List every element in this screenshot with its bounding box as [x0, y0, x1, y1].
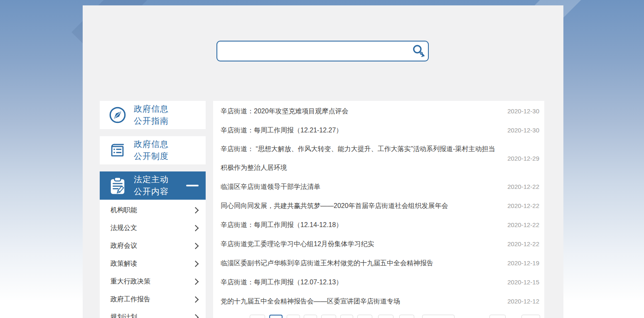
- news-link[interactable]: 辛店街道：每周工作周报（12.21-12.27）: [221, 121, 498, 139]
- sidebar-submenu: 机构职能 法规公文 政府会议 政策解读 重大行政决策 政府工作报告 规划计划: [100, 200, 206, 318]
- content-panel: 政府信息 公开指南 政府信息 公开制度 法定主动 公开内容 机构职能 法规公文 …: [83, 5, 563, 318]
- news-date: 2020-12-22: [507, 240, 539, 247]
- sidebar-item-gov-info-guide[interactable]: 政府信息 公开指南: [100, 101, 206, 129]
- news-date: 2020-12-15: [507, 279, 539, 286]
- search-button[interactable]: [410, 42, 428, 61]
- news-date: 2020-12-19: [507, 259, 539, 267]
- page-btn-6[interactable]: [340, 315, 353, 318]
- sidebar-item-label-line1: 法定主动: [134, 175, 169, 184]
- menu-policy-interpretation[interactable]: 政策解读: [100, 255, 206, 273]
- menu-item-label: 重大行政决策: [111, 277, 150, 286]
- menu-regulations[interactable]: 法规公文: [100, 219, 206, 237]
- news-link[interactable]: 辛店街道：每周工作周报（12.14-12.18）: [221, 215, 498, 234]
- news-date: 2020-12-30: [507, 108, 539, 115]
- news-list: 辛店街道：2020年攻坚克难项目观摩点评会 2020-12-30 辛店街道：每周…: [213, 101, 544, 318]
- news-link[interactable]: 同心同向同发展，共建共赢共筑梦——2020年首届辛店街道社会组织发展年会: [221, 196, 498, 215]
- news-link[interactable]: 辛店街道：每周工作周报（12.07-12.13）: [221, 273, 498, 291]
- page-btn-11[interactable]: [489, 315, 506, 318]
- news-date: 2020-12-22: [507, 221, 539, 228]
- news-date: 2020-12-30: [507, 127, 539, 134]
- news-item[interactable]: 同心同向同发展，共建共赢共筑梦——2020年首届辛店街道社会组织发展年会 202…: [221, 196, 539, 215]
- page-btn-7[interactable]: [357, 315, 372, 318]
- menu-item-label: 政府工作报告: [111, 295, 150, 304]
- news-item[interactable]: 临淄区辛店街道领导干部学法清单 2020-12-22: [221, 177, 539, 196]
- menu-gov-work-report[interactable]: 政府工作报告: [100, 291, 206, 308]
- menu-org-functions[interactable]: 机构职能: [100, 201, 206, 219]
- news-item[interactable]: 辛店街道：每周工作周报（12.21-12.27） 2020-12-30: [221, 120, 539, 139]
- menu-item-label: 法规公文: [111, 224, 137, 232]
- search-key-icon: [411, 44, 426, 59]
- news-date: 2020-12-12: [507, 298, 539, 305]
- news-date: 2020-12-29: [507, 155, 539, 162]
- menu-item-label: 政策解读: [111, 259, 137, 268]
- news-link[interactable]: 党的十九届五中全会精神报告会——区委宣讲团辛店街道专场: [221, 292, 498, 311]
- page-btn-12[interactable]: [521, 315, 540, 318]
- sidebar-item-label-line2: 公开指南: [134, 116, 169, 125]
- menu-item-label: 机构职能: [111, 206, 137, 215]
- page-btn-10[interactable]: [422, 315, 455, 318]
- news-item[interactable]: 辛店街道：每周工作周报（12.07-12.13） 2020-12-15: [221, 272, 539, 291]
- sidebar-item-label-line1: 政府信息: [134, 104, 169, 113]
- chevron-right-icon: [192, 207, 199, 214]
- page-btn-2[interactable]: [269, 315, 283, 318]
- ledger-icon: [108, 141, 127, 160]
- sidebar-item-label-line2: 公开制度: [134, 152, 169, 161]
- sidebar-item-label-line1: 政府信息: [134, 139, 169, 149]
- page-btn-5[interactable]: [321, 315, 336, 318]
- page-btn-9[interactable]: [399, 315, 414, 318]
- news-item[interactable]: 辛店街道党工委理论学习中心组12月份集体学习纪实 2020-12-22: [221, 234, 539, 253]
- news-date: 2020-12-22: [507, 183, 539, 190]
- search-bar: [216, 41, 429, 61]
- pagination: [250, 315, 540, 318]
- menu-item-label: 规划计划: [111, 313, 137, 318]
- news-item[interactable]: 辛店街道：2020年攻坚克难项目观摩点评会 2020-12-30: [221, 101, 539, 120]
- news-date: 2020-12-22: [507, 202, 539, 209]
- sidebar-item-label-line2: 公开内容: [134, 187, 169, 196]
- sidebar-item-legal-active-disclosure[interactable]: 法定主动 公开内容: [100, 171, 206, 200]
- sidebar-item-gov-info-system[interactable]: 政府信息 公开制度: [100, 136, 206, 164]
- news-link[interactable]: 辛店街道党工委理论学习中心组12月份集体学习纪实: [221, 235, 498, 253]
- news-link[interactable]: 辛店街道： “思想大解放、作风大转变、能力大提升、工作大落实”活动系列报道-渠村…: [221, 139, 498, 177]
- news-item[interactable]: 辛店街道：每周工作周报（12.14-12.18） 2020-12-22: [221, 215, 539, 234]
- news-item[interactable]: 临淄区委副书记卢华栋到辛店街道王朱村做党的十九届五中全会精神报告 2020-12…: [221, 253, 539, 272]
- chevron-right-icon: [192, 314, 199, 318]
- page-btn-3[interactable]: [287, 315, 300, 318]
- page: 政府信息 公开指南 政府信息 公开制度 法定主动 公开内容 机构职能 法规公文 …: [0, 0, 644, 318]
- news-item[interactable]: 党的十九届五中全会精神报告会——区委宣讲团辛店街道专场 2020-12-12: [221, 291, 539, 311]
- search-input[interactable]: [217, 42, 410, 61]
- menu-planning[interactable]: 规划计划: [100, 308, 206, 318]
- menu-major-decisions[interactable]: 重大行政决策: [100, 273, 206, 291]
- chevron-right-icon: [192, 243, 199, 250]
- clipboard-pencil-icon: [108, 176, 127, 195]
- news-link[interactable]: 临淄区委副书记卢华栋到辛店街道王朱村做党的十九届五中全会精神报告: [221, 254, 498, 272]
- chevron-right-icon: [192, 261, 199, 267]
- minus-badge: [186, 185, 199, 186]
- news-item[interactable]: 辛店街道： “思想大解放、作风大转变、能力大提升、工作大落实”活动系列报道-渠村…: [221, 139, 539, 177]
- chevron-right-icon: [192, 279, 199, 285]
- page-btn-4[interactable]: [304, 315, 317, 318]
- menu-gov-meetings[interactable]: 政府会议: [100, 237, 206, 255]
- news-link[interactable]: 临淄区辛店街道领导干部学法清单: [221, 177, 498, 196]
- chevron-right-icon: [192, 296, 199, 303]
- page-btn-1[interactable]: [250, 315, 265, 318]
- compass-icon: [108, 105, 127, 125]
- chevron-right-icon: [192, 225, 199, 232]
- menu-item-label: 政府会议: [111, 242, 137, 250]
- page-btn-8[interactable]: [378, 315, 393, 318]
- news-link[interactable]: 辛店街道：2020年攻坚克难项目观摩点评会: [221, 102, 498, 120]
